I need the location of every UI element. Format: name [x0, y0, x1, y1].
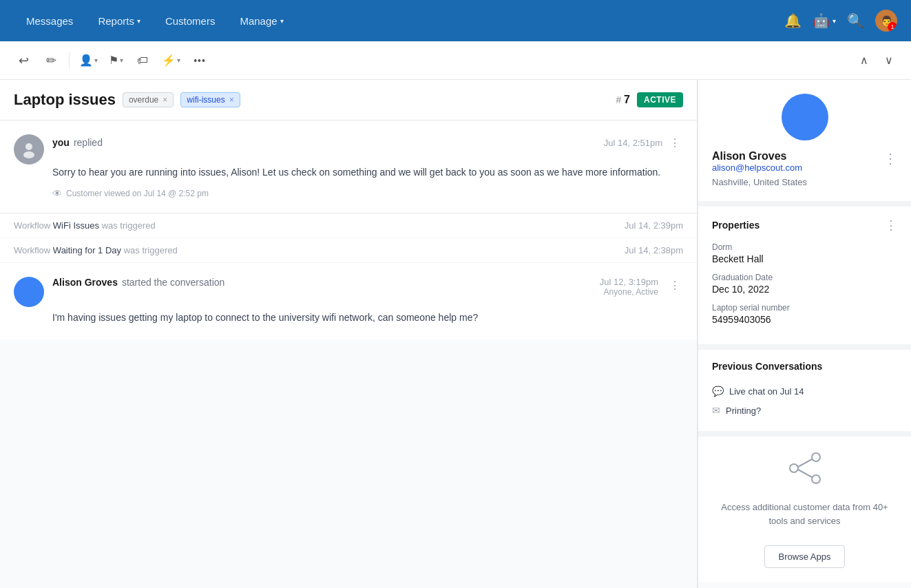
- viewed-text: Customer viewed on Jul 14 @ 2:52 pm: [66, 189, 209, 198]
- conv-start-body: I'm having issues getting my laptop to c…: [52, 310, 683, 325]
- bell-icon[interactable]: 🔔: [784, 12, 802, 29]
- conversation-header-right: # 7 ACTIVE: [616, 92, 683, 107]
- agent-avatar: [14, 134, 44, 165]
- top-navigation: Messages Reports ▾ Customers Manage ▾ 🔔 …: [0, 0, 911, 41]
- message-meta: you replied Jul 14, 2:51pm ⋮: [52, 134, 683, 154]
- sender-line: you replied Jul 14, 2:51pm ⋮: [52, 134, 683, 151]
- nav-items: Messages Reports ▾ Customers Manage ▾: [14, 10, 784, 32]
- customer-location: Nashville, United States: [712, 177, 807, 187]
- conversation-header: Laptop issues overdue × wifi-issues × # …: [0, 80, 697, 120]
- conversation-number-value: 7: [624, 94, 630, 105]
- prev-conv-label-2: Printing?: [726, 406, 761, 416]
- user-avatar[interactable]: 👨 1: [875, 10, 897, 32]
- main-layout: Laptop issues overdue × wifi-issues × # …: [0, 80, 911, 588]
- flag-dropdown-icon: ▾: [120, 56, 123, 64]
- workflow-prefix-1: Workflow: [14, 220, 50, 231]
- agent-icon: 🤖: [813, 12, 830, 29]
- search-icon[interactable]: 🔍: [847, 12, 864, 29]
- integrations-text: Access additional customer data from 40+…: [712, 501, 897, 527]
- conversation-number: # 7: [616, 94, 630, 106]
- prev-conv-title: Previous Conversations: [712, 361, 822, 372]
- tag-overdue-remove[interactable]: ×: [163, 95, 167, 105]
- tag-wifi-label: wifi-issues: [187, 95, 224, 105]
- conversation-title: Laptop issues: [14, 91, 116, 109]
- message-header: you replied Jul 14, 2:51pm ⋮: [14, 134, 683, 165]
- nav-customers-label: Customers: [165, 15, 216, 27]
- right-sidebar: Alison Groves alison@helpscout.com Nashv…: [698, 80, 911, 588]
- prev-conv-label-1: Live chat on Jul 14: [729, 386, 804, 397]
- workflow-button[interactable]: ⚡ ▾: [158, 48, 185, 73]
- chat-icon: 💬: [712, 386, 724, 397]
- back-button[interactable]: ↩: [11, 48, 36, 73]
- tag-overdue[interactable]: overdue ×: [123, 92, 174, 107]
- message-body: Sorry to hear you are running into issue…: [52, 165, 683, 180]
- prev-conv-item-2[interactable]: ✉ Printing?: [712, 401, 897, 420]
- property-dorm-value: Beckett Hall: [712, 253, 897, 264]
- browse-apps-button[interactable]: Browse Apps: [764, 545, 846, 568]
- conversation-toolbar: ↩ ✏ 👤 ▾ ⚑ ▾ 🏷 ⚡ ▾ ••• ∧ ∨: [0, 41, 911, 80]
- tag-wifi-remove[interactable]: ×: [229, 95, 234, 105]
- assign-dropdown-icon: ▾: [94, 56, 98, 64]
- compose-button[interactable]: ✏: [39, 48, 63, 73]
- nav-messages[interactable]: Messages: [14, 10, 85, 32]
- back-icon: ↩: [19, 53, 29, 68]
- property-serial-label: Laptop serial number: [712, 303, 897, 313]
- properties-more-icon[interactable]: ⋮: [885, 218, 897, 233]
- property-serial: Laptop serial number 54959403056: [712, 303, 897, 325]
- prev-conversation-button[interactable]: ∧: [853, 50, 875, 72]
- flag-icon: ⚑: [109, 54, 118, 67]
- agent-menu[interactable]: 🤖 ▾: [813, 12, 836, 29]
- conv-start-assignee: Anyone, Active: [604, 287, 658, 297]
- manage-dropdown-icon: ▾: [280, 17, 284, 25]
- svg-point-0: [25, 143, 32, 150]
- conv-starter-action: started the conversation: [122, 277, 224, 288]
- customer-header-row: Alison Groves alison@helpscout.com Nashv…: [712, 150, 897, 187]
- conv-start-time: Jul 12, 3:19pm: [600, 277, 658, 287]
- nav-customers[interactable]: Customers: [153, 10, 228, 32]
- nav-reports[interactable]: Reports ▾: [85, 10, 153, 32]
- property-graduation-label: Graduation Date: [712, 273, 897, 282]
- svg-line-6: [798, 470, 812, 477]
- nav-manage[interactable]: Manage ▾: [227, 10, 295, 32]
- workflow-prefix-2: Workflow: [14, 245, 50, 255]
- assign-button[interactable]: 👤 ▾: [75, 48, 102, 73]
- conv-start-sender-line: Alison Groves started the conversation: [52, 277, 591, 288]
- notification-badge: 1: [888, 22, 897, 32]
- email-icon: ✉: [712, 405, 720, 416]
- workflow-event-2: Workflow Waiting for 1 Day was triggered…: [0, 238, 697, 263]
- nav-reports-label: Reports: [98, 15, 134, 27]
- properties-header: Properties ⋮: [712, 218, 897, 233]
- eye-icon: 👁: [52, 188, 62, 199]
- customer-email[interactable]: alison@helpscout.com: [712, 162, 807, 173]
- svg-point-3: [812, 453, 820, 461]
- properties-section: Properties ⋮ Dorm Beckett Hall Graduatio…: [698, 207, 911, 350]
- conv-start-time-block: Jul 12, 3:19pm Anyone, Active: [600, 277, 658, 297]
- customer-info: Alison Groves alison@helpscout.com Nashv…: [712, 150, 807, 187]
- sender-action: replied: [74, 137, 103, 148]
- customer-card: Alison Groves alison@helpscout.com Nashv…: [698, 80, 911, 207]
- workflow-dropdown-icon: ▾: [177, 56, 180, 64]
- nav-messages-label: Messages: [26, 15, 73, 27]
- messages-area: you replied Jul 14, 2:51pm ⋮ Sorry to he…: [0, 120, 697, 588]
- tag-wifi[interactable]: wifi-issues ×: [180, 92, 240, 107]
- next-conversation-button[interactable]: ∨: [878, 50, 900, 72]
- customer-more-icon[interactable]: ⋮: [883, 150, 897, 167]
- workflow-name-1: WiFi Issues: [53, 220, 99, 231]
- svg-point-4: [812, 475, 820, 483]
- nav-manage-label: Manage: [240, 15, 277, 27]
- workflow-suffix-2: was triggered: [124, 245, 178, 255]
- tag-button[interactable]: 🏷: [130, 48, 155, 73]
- property-graduation-value: Dec 10, 2022: [712, 284, 897, 295]
- customer-avatar-message: [14, 277, 44, 307]
- conv-start-meta: Alison Groves started the conversation: [52, 277, 591, 291]
- nav-right-icons: 🔔 🤖 ▾ 🔍 👨 1: [784, 10, 897, 32]
- message-more-icon[interactable]: ⋮: [667, 134, 683, 151]
- customer-name: Alison Groves: [712, 150, 807, 162]
- reply-message: you replied Jul 14, 2:51pm ⋮ Sorry to he…: [0, 120, 697, 213]
- flag-button[interactable]: ⚑ ▾: [105, 48, 127, 73]
- prev-conv-item-1[interactable]: 💬 Live chat on Jul 14: [712, 381, 897, 401]
- property-dorm-label: Dorm: [712, 242, 897, 252]
- conv-start-more-icon[interactable]: ⋮: [667, 277, 683, 293]
- toolbar-divider-1: [69, 52, 70, 69]
- more-button[interactable]: •••: [187, 48, 212, 73]
